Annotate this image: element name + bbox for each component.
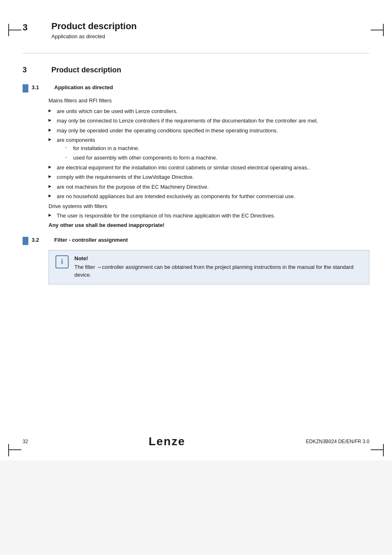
chapter-title: Product description <box>51 66 121 74</box>
corner-dash-top-left <box>9 30 21 30</box>
bullet-item-7: are not machines for the purpose of the … <box>48 183 369 191</box>
chapter-heading: 3 Product description <box>23 66 369 74</box>
drive-systems-label: Drive systems with filters <box>48 203 369 209</box>
corner-dash-bottom-left <box>9 449 21 450</box>
main-content: 3 Product description 3.1 Application as… <box>23 66 369 284</box>
section-32-num: 3.2 <box>32 237 54 243</box>
bullet-item-3: may only be operated under the operating… <box>48 127 369 135</box>
bullet-item-8: are no household appliances but are inte… <box>48 192 369 201</box>
corner-tick-top-right <box>383 24 384 36</box>
section-32-accent <box>23 237 28 245</box>
section-31-accent <box>23 84 28 92</box>
note-title: Note! <box>74 255 362 261</box>
footer-logo: Lenze <box>149 435 185 448</box>
bullet-item-1: are units which can be used with Lenze c… <box>48 107 369 116</box>
page-container: 3 Product description Application as dir… <box>0 21 392 555</box>
header-subtitle: Application as directed <box>51 33 137 39</box>
page-header: 3 Product description Application as dir… <box>23 21 369 53</box>
section-32-title: Filter - controller assignment <box>54 237 128 243</box>
sub-bullet-list: for installation in a machine. used for … <box>65 144 369 162</box>
sub-bullet-1: for installation in a machine. <box>65 144 369 153</box>
sub-bullet-2: used for assembly with other components … <box>65 154 369 162</box>
footer-doc-ref: EDKZN3B024 DE/EN/FR 3.0 <box>306 439 369 444</box>
page-footer: 32 Lenze EDKZN3B024 DE/EN/FR 3.0 <box>23 435 369 448</box>
section-31-num: 3.1 <box>32 84 54 90</box>
note-content: Note! The filter ↔controller assignment … <box>74 255 362 279</box>
section-31-header: 3.1 Application as directed <box>32 84 369 90</box>
bottom-area <box>0 460 392 555</box>
bullet-item-6: comply with the requirements of the LowV… <box>48 173 369 181</box>
section-31-bullet-list: are units which can be used with Lenze c… <box>48 107 369 201</box>
section-31-row: 3.1 Application as directed <box>23 84 369 92</box>
note-body: The filter ↔controller assignment can be… <box>74 263 362 279</box>
header-title-block: Product description Application as direc… <box>51 21 137 48</box>
footer-page-number: 32 <box>23 439 28 444</box>
section-32-content: 3.2 Filter - controller assignment <box>32 237 369 243</box>
corner-dash-top-right <box>371 30 383 30</box>
corner-tick-bottom-right <box>383 444 384 456</box>
warning-text: Any other use shall be deemed inappropri… <box>48 221 369 229</box>
corner-tick-bottom-left <box>8 444 9 456</box>
section-32-row: 3.2 Filter - controller assignment <box>23 237 369 245</box>
bullet-item-2: may only be connected to Lenze controlle… <box>48 117 369 125</box>
bullet-item-4: are components for installation in a mac… <box>48 136 369 162</box>
drive-bullet-list: The user is responsible for the complian… <box>48 212 369 220</box>
drive-bullet-item: The user is responsible for the complian… <box>48 212 369 220</box>
header-chapter-num: 3 <box>23 21 51 48</box>
bullet-item-5: are electrical equipment for the install… <box>48 164 369 172</box>
chapter-number: 3 <box>23 66 51 74</box>
section-31-content: 3.1 Application as directed <box>32 84 369 90</box>
section-32-header: 3.2 Filter - controller assignment <box>32 237 369 243</box>
note-box: i Note! The filter ↔controller assignmen… <box>48 250 369 284</box>
header-main-title: Product description <box>51 21 137 32</box>
corner-dash-bottom-right <box>371 449 383 450</box>
info-icon: i <box>55 255 69 268</box>
section-31-title: Application as directed <box>54 84 113 90</box>
section-31-intro: Mains filters and RFI filters <box>48 97 369 105</box>
